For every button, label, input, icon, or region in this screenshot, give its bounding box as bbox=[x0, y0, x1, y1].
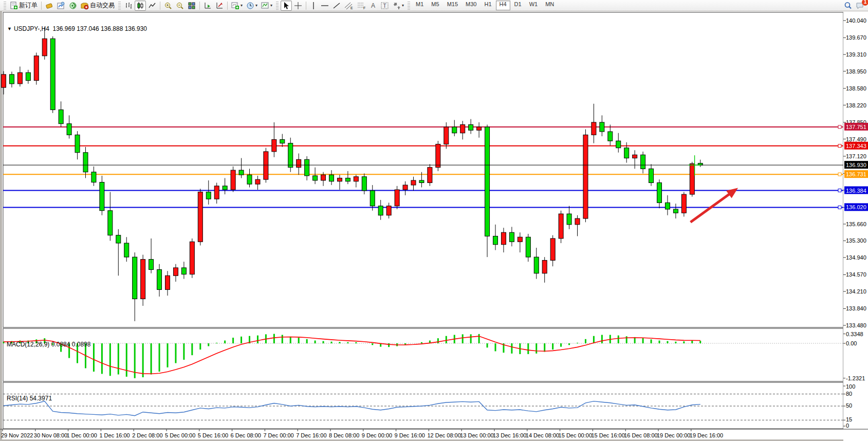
svg-text:-1.2321: -1.2321 bbox=[846, 375, 865, 381]
text-label-icon: T bbox=[381, 2, 389, 10]
text-a-icon: A bbox=[370, 2, 377, 10]
text-label-tool-button[interactable]: T bbox=[379, 1, 391, 11]
svg-text:6 Dec 08:00: 6 Dec 08:00 bbox=[231, 432, 261, 438]
svg-text:137.343: 137.343 bbox=[846, 143, 866, 149]
chart-shift-button[interactable] bbox=[202, 1, 213, 11]
timeframe-button-W1[interactable]: W1 bbox=[526, 1, 542, 10]
auto-trading-button[interactable]: 自动交易 bbox=[79, 1, 116, 11]
toolbar-grip[interactable] bbox=[408, 2, 410, 10]
svg-text:15 Dec 16:00: 15 Dec 16:00 bbox=[591, 432, 624, 438]
svg-text:5 Dec 00:00: 5 Dec 00:00 bbox=[165, 432, 195, 438]
zoom-in-button[interactable] bbox=[162, 1, 174, 11]
signal-icon bbox=[69, 2, 77, 10]
text-tool-button[interactable]: A bbox=[368, 1, 379, 11]
fibonacci-icon: F bbox=[357, 2, 366, 10]
collapse-triangle-icon[interactable]: ▼ bbox=[7, 26, 12, 31]
timeframe-group: M1M5M15M30H1H4D1W1MN bbox=[412, 1, 558, 10]
svg-text:134.940: 134.940 bbox=[846, 254, 866, 261]
fibonacci-tool-button[interactable]: F bbox=[356, 1, 368, 11]
main-toolbar: 新订单 自动交易 ▾ ▾ bbox=[0, 0, 868, 11]
bar-chart-icon bbox=[124, 2, 133, 10]
rsi-indicator-label: RSI(14) 54.3971 bbox=[7, 395, 52, 402]
chart-title: ▼USDJPY-,H4 136.969 137.046 136.888 136.… bbox=[7, 25, 147, 32]
new-chart-button[interactable]: ▾ bbox=[230, 1, 244, 11]
trendline-tool-button[interactable] bbox=[331, 1, 342, 11]
svg-text:T: T bbox=[383, 3, 386, 9]
timeframe-button-H1[interactable]: H1 bbox=[481, 1, 495, 10]
svg-text:0: 0 bbox=[846, 422, 849, 429]
svg-text:135.300: 135.300 bbox=[846, 237, 866, 244]
svg-text:134.570: 134.570 bbox=[846, 271, 866, 278]
template-button[interactable]: ▾ bbox=[260, 1, 274, 11]
chevron-down-icon: ▾ bbox=[241, 3, 243, 8]
crosshair-tool-button[interactable] bbox=[292, 1, 304, 11]
chevron-down-icon: ▾ bbox=[402, 3, 404, 8]
signal-button[interactable] bbox=[67, 1, 79, 11]
tile-windows-button[interactable] bbox=[186, 1, 197, 11]
chart-ohlc-values: 136.969 137.046 136.888 136.930 bbox=[53, 25, 147, 32]
svg-text:5 Dec 16:00: 5 Dec 16:00 bbox=[198, 432, 228, 438]
svg-text:E: E bbox=[350, 6, 353, 10]
timeframe-button-M1[interactable]: M1 bbox=[412, 1, 427, 10]
timeframe-button-M5[interactable]: M5 bbox=[428, 1, 442, 10]
candlestick-mode-button[interactable] bbox=[135, 1, 146, 11]
horizontal-line-tool-button[interactable] bbox=[319, 1, 330, 11]
bar-chart-mode-button[interactable] bbox=[123, 1, 134, 11]
period-clock-button[interactable]: ▾ bbox=[245, 1, 259, 11]
auto-scroll-button[interactable] bbox=[214, 1, 225, 11]
timeframe-button-H4[interactable]: H4 bbox=[496, 1, 510, 10]
auto-scroll-icon bbox=[215, 2, 224, 10]
search-button[interactable] bbox=[842, 1, 854, 11]
arrows-icon bbox=[393, 2, 401, 10]
toolbar-grip[interactable] bbox=[276, 2, 279, 10]
svg-text:7 Dec 00:00: 7 Dec 00:00 bbox=[263, 432, 293, 438]
arrows-tool-button[interactable]: ▾ bbox=[391, 1, 405, 11]
svg-text:9 Dec 16:00: 9 Dec 16:00 bbox=[395, 432, 425, 438]
svg-text:9 Dec 00:00: 9 Dec 00:00 bbox=[362, 432, 392, 438]
toolbar-grip[interactable] bbox=[4, 2, 6, 10]
svg-text:19 Dec 16:00: 19 Dec 16:00 bbox=[690, 432, 723, 438]
cursor-tool-button[interactable] bbox=[281, 1, 292, 11]
svg-text:30 Nov 08:00: 30 Nov 08:00 bbox=[34, 432, 67, 438]
chat-button[interactable]: 1 bbox=[854, 1, 866, 11]
channel-tool-button[interactable]: E bbox=[343, 1, 355, 11]
template-icon bbox=[261, 2, 269, 10]
timeframe-button-M30[interactable]: M30 bbox=[462, 1, 480, 10]
price-chart[interactable]: 140.040139.670139.310138.950138.580138.2… bbox=[0, 11, 868, 441]
timeframe-button-M15[interactable]: M15 bbox=[444, 1, 461, 10]
svg-text:138.950: 138.950 bbox=[846, 68, 866, 75]
svg-text:137.490: 137.490 bbox=[846, 136, 866, 142]
market-watch-button[interactable] bbox=[44, 1, 55, 11]
timeframe-button-D1[interactable]: D1 bbox=[511, 1, 525, 10]
svg-text:80: 80 bbox=[846, 391, 852, 397]
svg-text:137.751: 137.751 bbox=[846, 124, 866, 130]
chevron-down-icon: ▾ bbox=[255, 3, 257, 8]
chevron-down-icon: ▾ bbox=[270, 3, 272, 8]
cursor-icon bbox=[282, 2, 290, 10]
search-icon bbox=[844, 2, 852, 10]
toolbar-grip[interactable] bbox=[118, 2, 121, 10]
vertical-line-tool-button[interactable] bbox=[308, 1, 319, 11]
zoom-in-icon bbox=[164, 2, 172, 10]
svg-text:15 Dec 00:00: 15 Dec 00:00 bbox=[559, 432, 592, 438]
line-chart-mode-button[interactable] bbox=[146, 1, 158, 11]
svg-text:13 Dec 00:00: 13 Dec 00:00 bbox=[460, 432, 493, 438]
trendline-icon bbox=[333, 2, 341, 10]
svg-text:139.310: 139.310 bbox=[846, 51, 866, 58]
line-chart-icon bbox=[148, 2, 156, 10]
crosshair-icon bbox=[294, 2, 302, 10]
chart-upload-button[interactable] bbox=[56, 1, 67, 11]
svg-text:29 Nov 2022: 29 Nov 2022 bbox=[1, 432, 33, 438]
svg-text:12 Dec 08:00: 12 Dec 08:00 bbox=[427, 432, 460, 438]
zoom-out-button[interactable] bbox=[174, 1, 186, 11]
svg-text:138.580: 138.580 bbox=[846, 85, 866, 91]
notification-badge: 1 bbox=[862, 0, 868, 6]
new-order-button[interactable]: 新订单 bbox=[8, 1, 39, 11]
timeframe-button-MN[interactable]: MN bbox=[542, 1, 558, 10]
candlestick-icon bbox=[136, 2, 144, 10]
svg-text:1 Dec 00:00: 1 Dec 00:00 bbox=[67, 432, 97, 438]
equidistant-channel-icon: E bbox=[344, 2, 354, 10]
svg-text:136.020: 136.020 bbox=[846, 204, 866, 210]
svg-text:136.731: 136.731 bbox=[846, 171, 866, 177]
svg-text:8 Dec 08:00: 8 Dec 08:00 bbox=[329, 432, 359, 438]
